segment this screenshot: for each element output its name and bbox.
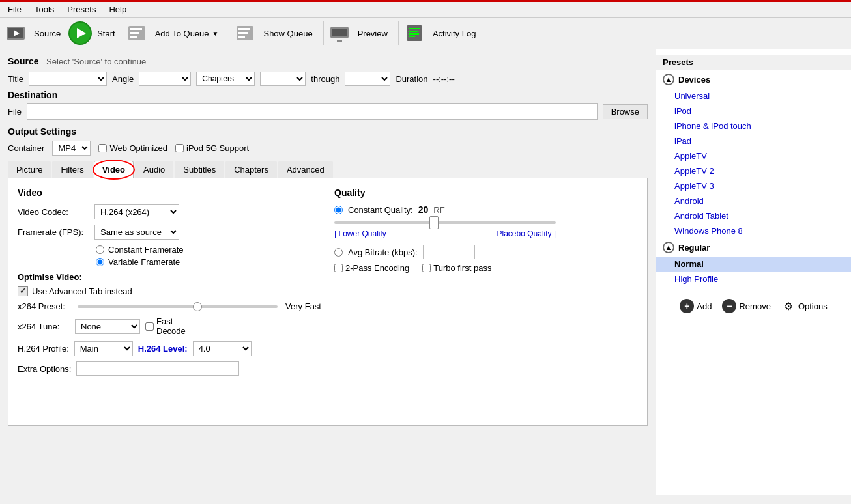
framerate-select[interactable]: Same as source 5 10 23.976 24 25 29.97 3… — [94, 225, 179, 240]
constant-quality-radio[interactable] — [334, 206, 343, 214]
h264-profile-select[interactable]: Main Baseline High — [74, 341, 133, 356]
tab-picture[interactable]: Picture — [8, 161, 51, 178]
ipod-5g-checkbox[interactable] — [175, 144, 184, 152]
extra-options-input[interactable] — [76, 361, 239, 376]
sidebar-item-windows-phone[interactable]: Windows Phone 8 — [656, 223, 851, 238]
video-quality-row: Video Video Codec: H.264 (x264) H.265 (x… — [18, 188, 638, 381]
sidebar-group-regular-header[interactable]: ▲ Regular — [656, 238, 851, 257]
menu-file[interactable]: File — [5, 3, 24, 16]
tabs-bar: Picture Filters Video Audio Subtitles Ch… — [8, 161, 648, 178]
constant-framerate-option[interactable]: Constant Framerate — [96, 245, 321, 255]
tab-audio[interactable]: Audio — [135, 161, 173, 178]
x264-preset-thumb[interactable] — [193, 302, 202, 311]
tab-advanced[interactable]: Advanced — [278, 161, 333, 178]
menu-tools[interactable]: Tools — [32, 3, 57, 16]
sidebar-item-normal[interactable]: Normal — [656, 257, 851, 272]
add-to-queue-button[interactable]: Add To Queue ▼ — [150, 26, 224, 41]
two-pass-label[interactable]: 2-Pass Encoding — [334, 263, 409, 273]
menu-help[interactable]: Help — [106, 3, 129, 16]
x264-preset-label: x264 Preset: — [18, 301, 70, 311]
turbo-first-pass-checkbox[interactable] — [422, 264, 431, 272]
chapters-start-select[interactable]: Chapters — [196, 72, 255, 86]
sidebar-item-universal[interactable]: Universal — [656, 89, 851, 104]
x264-preset-value: Very Fast — [285, 301, 321, 311]
file-label: File — [8, 107, 22, 117]
turbo-first-pass-label[interactable]: Turbo first pass — [422, 263, 491, 273]
dropdown-arrow: ▼ — [212, 30, 219, 37]
toolbar: Source Start Add To Queue ▼ Show Queue — [0, 18, 851, 49]
web-optimized-label[interactable]: Web Optimized — [98, 143, 167, 153]
destination-section: Destination File Browse — [8, 90, 648, 120]
file-input[interactable] — [27, 103, 598, 120]
h264-level-select[interactable]: 4.0 3.0 3.1 4.1 — [193, 341, 252, 356]
sidebar-item-appletv[interactable]: AppleTV — [656, 148, 851, 163]
chapters-to-select[interactable] — [345, 72, 390, 86]
angle-select[interactable] — [139, 72, 191, 86]
regular-collapse-btn[interactable]: ▲ — [663, 242, 674, 253]
tab-chapters[interactable]: Chapters — [225, 161, 277, 178]
add-preset-button[interactable]: + Add — [680, 299, 712, 313]
quality-slider-thumb[interactable] — [429, 216, 439, 229]
fast-decode-label[interactable]: Fast Decode — [145, 316, 197, 336]
svg-rect-6 — [130, 36, 137, 38]
constant-framerate-radio[interactable] — [96, 245, 104, 254]
quality-slider-track[interactable] — [334, 221, 556, 224]
variable-framerate-radio[interactable] — [96, 258, 104, 266]
ipod-5g-label[interactable]: iPod 5G Support — [175, 143, 249, 153]
container-select[interactable]: MP4 MKV — [52, 141, 91, 156]
web-optimized-checkbox[interactable] — [98, 144, 107, 152]
browse-button[interactable]: Browse — [603, 104, 648, 119]
fast-decode-checkbox[interactable] — [145, 322, 154, 331]
options-button[interactable]: ⚙ Options — [781, 299, 828, 313]
add-icon: + — [680, 299, 694, 313]
title-select[interactable] — [29, 72, 107, 86]
twopass-row: 2-Pass Encoding Turbo first pass — [334, 263, 638, 273]
remove-preset-button[interactable]: − Remove — [722, 299, 770, 313]
placebo-quality-label: Placebo Quality | — [497, 229, 556, 238]
sidebar-group-devices-header[interactable]: ▲ Devices — [656, 70, 851, 89]
svg-rect-16 — [409, 31, 418, 32]
tab-filters[interactable]: Filters — [52, 161, 92, 178]
activity-log-button[interactable]: Activity Log — [427, 26, 481, 41]
sidebar-item-iphone-ipod-touch[interactable]: iPhone & iPod touch — [656, 119, 851, 133]
preview-button[interactable]: Preview — [353, 26, 393, 41]
sidebar-item-android[interactable]: Android — [656, 193, 851, 208]
x264-preset-slider[interactable] — [78, 305, 278, 308]
menu-presets[interactable]: Presets — [65, 3, 98, 16]
sidebar-item-android-tablet[interactable]: Android Tablet — [656, 208, 851, 223]
avg-bitrate-radio[interactable] — [334, 248, 343, 257]
avg-bitrate-input[interactable] — [423, 245, 475, 259]
menubar: File Tools Presets Help — [0, 2, 851, 18]
h264-level-label: H.264 Level: — [138, 344, 188, 354]
sidebar-item-high-profile[interactable]: High Profile — [656, 272, 851, 287]
use-advanced-checkbox[interactable] — [18, 286, 28, 296]
extra-options-label: Extra Options: — [18, 364, 71, 374]
sidebar-item-appletv2[interactable]: AppleTV 2 — [656, 163, 851, 178]
devices-collapse-btn[interactable]: ▲ — [663, 74, 674, 85]
tab-video[interactable]: Video — [94, 161, 134, 178]
h264-profile-label: H.264 Profile: — [18, 344, 69, 354]
avg-bitrate-label: Avg Bitrate (kbps): — [348, 247, 418, 257]
start-button[interactable] — [68, 21, 92, 45]
sidebar-footer: + Add − Remove ⚙ Options — [656, 292, 851, 320]
source-button[interactable]: Source — [29, 26, 66, 41]
constant-quality-label: Constant Quality: — [348, 205, 413, 215]
sidebar-item-appletv3[interactable]: AppleTV 3 — [656, 178, 851, 193]
show-queue-button[interactable]: Show Queue — [258, 26, 317, 41]
angle-label: Angle — [112, 74, 134, 84]
sidebar-item-ipad[interactable]: iPad — [656, 133, 851, 148]
x264-tune-select[interactable]: None film animation grain — [75, 319, 140, 334]
svg-rect-15 — [409, 28, 420, 29]
sidebar-item-ipod[interactable]: iPod — [656, 104, 851, 119]
variable-framerate-option[interactable]: Variable Framerate — [96, 257, 321, 267]
main-layout: Source Select 'Source' to continue Title… — [0, 49, 851, 495]
svg-rect-12 — [332, 29, 347, 36]
two-pass-checkbox[interactable] — [334, 264, 343, 272]
destination-label: Destination — [8, 90, 648, 100]
optimise-section: Optimise Video: Use Advanced Tab instead… — [18, 272, 321, 376]
codec-select[interactable]: H.264 (x264) H.265 (x265) MPEG-4 — [94, 204, 179, 219]
tab-subtitles[interactable]: Subtitles — [175, 161, 224, 178]
video-section-title: Video — [18, 188, 321, 198]
chapters-from-select[interactable] — [260, 72, 306, 86]
quality-slider-row: | Lower Quality Placebo Quality | — [334, 221, 638, 238]
